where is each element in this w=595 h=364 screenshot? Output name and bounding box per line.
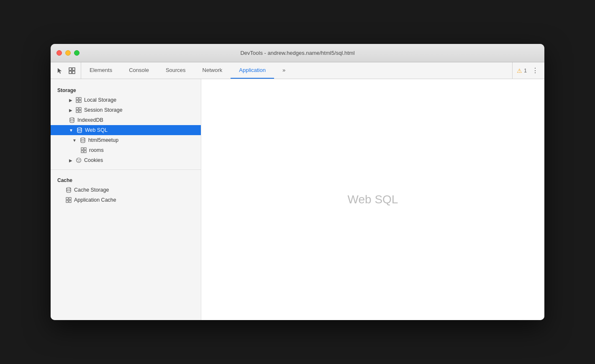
svg-rect-18 [84, 151, 86, 153]
tab-more[interactable]: » [274, 62, 294, 79]
svg-rect-4 [76, 97, 78, 100]
svg-rect-26 [69, 197, 71, 200]
more-options-button[interactable]: ⋮ [530, 67, 540, 74]
panel-placeholder-text: Web SQL [348, 193, 398, 206]
main-area: Storage ▶ Local Storage ▶ [51, 79, 544, 320]
local-storage-label: Local Storage [84, 97, 116, 103]
minimize-button[interactable] [65, 50, 71, 56]
svg-rect-11 [79, 110, 81, 113]
svg-rect-2 [69, 71, 72, 74]
rooms-label: rooms [89, 147, 104, 153]
tab-network[interactable]: Network [194, 62, 231, 79]
svg-rect-5 [79, 97, 81, 100]
svg-rect-7 [79, 100, 81, 103]
traffic-lights [56, 50, 80, 56]
db-icon [69, 117, 75, 123]
chevron-right-icon: ▶ [69, 98, 72, 103]
cache-storage-label: Cache Storage [74, 187, 109, 193]
cache-section-header: Cache [51, 174, 201, 185]
svg-point-21 [79, 159, 80, 160]
sidebar-item-cookies[interactable]: ▶ Cookies [51, 155, 201, 165]
grid-icon [76, 107, 82, 113]
svg-rect-27 [66, 200, 68, 203]
svg-point-22 [78, 161, 79, 161]
svg-rect-1 [72, 68, 75, 70]
sidebar-divider [51, 169, 201, 170]
cookies-label: Cookies [84, 157, 103, 163]
sidebar-item-indexeddb[interactable]: IndexedDB [51, 115, 201, 125]
session-storage-label: Session Storage [84, 107, 123, 113]
tab-bar: Elements Console Sources Network Applica… [81, 62, 512, 79]
svg-rect-0 [69, 68, 72, 70]
warning-badge[interactable]: ⚠ 1 [517, 67, 527, 74]
indexeddb-label: IndexedDB [77, 117, 103, 123]
panel-area: Web SQL [201, 79, 544, 320]
warning-icon: ⚠ [517, 67, 522, 74]
sidebar-item-html5meetup[interactable]: ▼ html5meetup [51, 135, 201, 145]
chevron-right-icon: ▶ [69, 108, 72, 113]
grid-icon [81, 147, 87, 153]
application-cache-label: Application Cache [74, 197, 116, 203]
window-title: DevTools - andrew.hedges.name/html5/sql.… [240, 50, 354, 56]
sidebar-item-web-sql[interactable]: ▼ Web SQL [51, 125, 201, 135]
tab-sources[interactable]: Sources [157, 62, 194, 79]
tab-console[interactable]: Console [121, 62, 157, 79]
db-icon [80, 137, 86, 143]
svg-rect-8 [76, 108, 78, 110]
chevron-down-icon: ▼ [72, 138, 77, 143]
chevron-right-icon: ▶ [69, 158, 72, 163]
svg-rect-10 [76, 110, 78, 113]
grid-icon [76, 97, 82, 103]
db-icon [77, 127, 82, 133]
svg-point-13 [77, 128, 82, 129]
storage-section-header: Storage [51, 84, 201, 95]
svg-point-24 [67, 187, 71, 189]
svg-rect-16 [84, 148, 86, 150]
svg-rect-9 [79, 108, 81, 110]
html5meetup-label: html5meetup [88, 137, 118, 143]
toolbar-right: ⚠ 1 ⋮ [512, 62, 544, 79]
toolbar-icons [51, 62, 81, 79]
svg-rect-17 [81, 151, 83, 153]
svg-rect-25 [66, 197, 68, 200]
tab-application[interactable]: Application [231, 62, 274, 79]
sidebar-item-cache-storage[interactable]: Cache Storage [51, 185, 201, 195]
title-bar: DevTools - andrew.hedges.name/html5/sql.… [51, 44, 544, 62]
svg-rect-3 [72, 71, 75, 74]
cookie-icon [76, 157, 82, 163]
devtools-window: DevTools - andrew.hedges.name/html5/sql.… [51, 44, 544, 320]
maximize-button[interactable] [74, 50, 80, 56]
sidebar-item-application-cache[interactable]: Application Cache [51, 195, 201, 205]
svg-point-12 [70, 118, 74, 119]
sidebar-item-session-storage[interactable]: ▶ Session Storage [51, 105, 201, 115]
sidebar: Storage ▶ Local Storage ▶ [51, 79, 201, 320]
svg-rect-6 [76, 100, 78, 103]
sidebar-item-local-storage[interactable]: ▶ Local Storage [51, 95, 201, 105]
inspect-icon[interactable] [67, 66, 77, 75]
sidebar-item-rooms[interactable]: rooms [51, 145, 201, 155]
svg-rect-28 [69, 200, 71, 203]
tab-elements[interactable]: Elements [81, 62, 121, 79]
svg-point-20 [77, 159, 78, 160]
chevron-down-icon: ▼ [69, 128, 73, 133]
svg-point-23 [79, 161, 80, 161]
toolbar: Elements Console Sources Network Applica… [51, 62, 544, 79]
web-sql-label: Web SQL [85, 127, 108, 133]
close-button[interactable] [56, 50, 62, 56]
svg-point-14 [81, 138, 85, 139]
grid-icon [66, 197, 72, 203]
db-icon [66, 187, 72, 193]
svg-point-19 [77, 158, 81, 163]
svg-rect-15 [81, 148, 83, 150]
cursor-icon[interactable] [55, 66, 64, 75]
